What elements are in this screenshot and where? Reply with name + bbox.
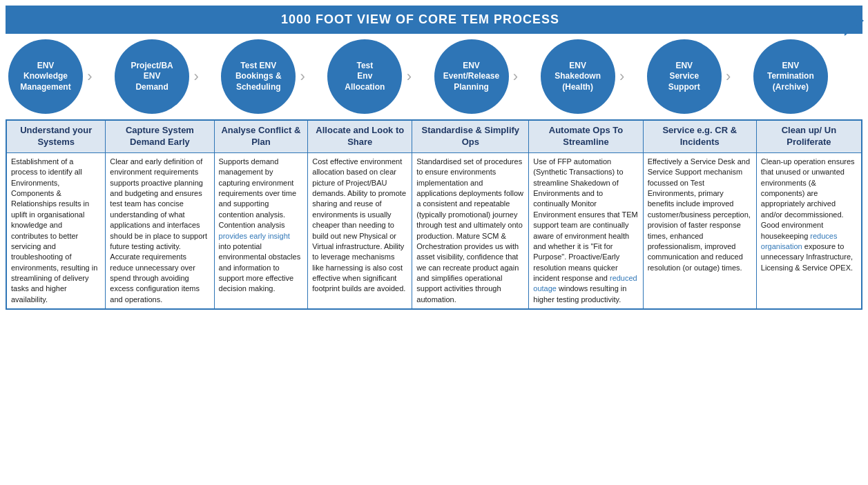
circle-project-ba: Project/BAENVDemand	[115, 39, 189, 114]
circle-env-service-support: ENVServiceSupport	[647, 39, 722, 114]
banner: 1000 FOOT VIEW OF CORE TEM PROCESS	[6, 6, 862, 34]
body-cell-7: Clean-up operation ensures that unused o…	[756, 152, 862, 309]
body-cell-3: Cost effective environment allocation ba…	[308, 152, 412, 309]
arrow-icon-1: ›	[189, 68, 203, 86]
circle-item-test-env-allocation: TestEnvAllocation›	[327, 39, 434, 114]
body-cell-1: Clear and early definition of environmen…	[106, 152, 214, 309]
circle-env-termination: ENVTermination(Archive)	[753, 39, 828, 114]
circle-test-env-bookings: Test ENVBookings &Scheduling	[221, 39, 296, 114]
body-cell-6: Effectively a Service Desk and Service S…	[643, 152, 756, 309]
body-cell-2: Supports demand management by capturing …	[214, 152, 308, 309]
header-row: Understand your SystemsCapture System De…	[6, 120, 862, 152]
banner-title: 1000 FOOT VIEW OF CORE TEM PROCESS	[281, 12, 559, 26]
circle-env-event-release: ENVEvent/ReleasePlanning	[434, 39, 509, 114]
highlight-text-2: provides early insight	[219, 232, 290, 240]
main-container: 1000 FOOT VIEW OF CORE TEM PROCESS ENVKn…	[0, 0, 868, 315]
arrow-icon-5: ›	[615, 68, 629, 86]
circle-env-knowledge: ENVKnowledgeManagement	[8, 39, 83, 114]
table-row: Establishment of a process to identify a…	[6, 152, 862, 309]
arrow-icon-0: ›	[83, 68, 97, 86]
header-cell-1: Capture System Demand Early	[106, 120, 214, 152]
circle-item-env-event-release: ENVEvent/ReleasePlanning›	[434, 39, 541, 114]
circle-item-env-knowledge: ENVKnowledgeManagement›	[8, 39, 115, 114]
highlight-text-7: reduces organisation	[761, 232, 838, 250]
circle-item-env-shakedown: ENVShakedown(Health)›	[541, 39, 647, 114]
circle-test-env-allocation: TestEnvAllocation	[327, 39, 402, 114]
circle-item-test-env-bookings: Test ENVBookings &Scheduling›	[221, 39, 327, 114]
circle-item-env-termination: ENVTermination(Archive)	[753, 39, 860, 114]
header-cell-7: Clean up/ Un Proliferate	[756, 120, 862, 152]
body-cell-0: Establishment of a process to identify a…	[6, 152, 106, 309]
arrow-icon-4: ›	[509, 68, 523, 86]
header-cell-0: Understand your Systems	[6, 120, 106, 152]
header-cell-6: Service e.g. CR & Incidents	[643, 120, 756, 152]
circle-env-shakedown: ENVShakedown(Health)	[541, 39, 615, 114]
header-cell-5: Automate Ops To Streamline	[529, 120, 643, 152]
arrow-icon-6: ›	[722, 68, 735, 86]
circles-row: ENVKnowledgeManagement›Project/BAENVDema…	[6, 39, 862, 114]
arrow-icon-2: ›	[296, 68, 309, 86]
table-header: Understand your SystemsCapture System De…	[6, 120, 862, 152]
header-cell-4: Standardise & Simplify Ops	[412, 120, 529, 152]
header-cell-3: Allocate and Look to Share	[308, 120, 412, 152]
highlight-text-5: reduced outage	[533, 274, 637, 293]
circle-item-project-ba: Project/BAENVDemand›	[115, 39, 221, 114]
body-cell-5: Use of FFP automation (Synthetic Transac…	[529, 152, 643, 309]
circle-item-env-service-support: ENVServiceSupport›	[647, 39, 753, 114]
main-table: Understand your SystemsCapture System De…	[6, 119, 862, 310]
body-cell-4: Standardised set of procedures to ensure…	[412, 152, 529, 309]
header-cell-2: Analyse Conflict & Plan	[214, 120, 308, 152]
table-body: Establishment of a process to identify a…	[6, 152, 862, 309]
arrow-icon-3: ›	[402, 68, 416, 86]
